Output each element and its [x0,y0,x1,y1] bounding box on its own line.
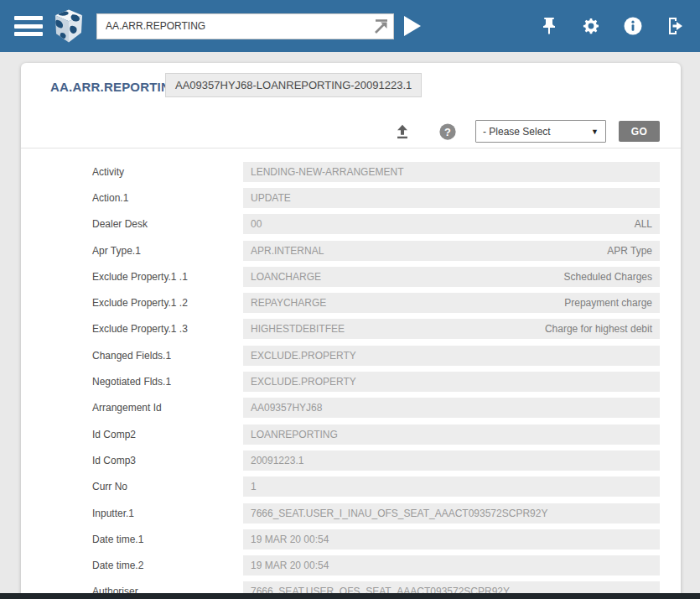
field-label: Date time.2 [21,560,243,571]
field-value: APR.INTERNAL [251,245,324,257]
globe-cube-logo [49,7,88,45]
form-row: Curr No 1 [21,474,681,500]
version-select-value: - Please Select [483,126,551,138]
field-enrichment: Scheduled Charges [564,271,652,283]
field-label: Exclude Property.1 .2 [21,297,243,309]
field-label: Negotiated Flds.1 [21,376,243,388]
form-row: Date time.1 19 MAR 20 00:54 [21,526,681,552]
field-value-box: LOANCHARGE Scheduled Charges [243,267,660,287]
menu-icon[interactable] [14,16,43,36]
version-select[interactable]: - Please Select ▼ [475,120,606,143]
field-value: UPDATE [251,192,291,204]
topbar-actions [539,16,685,36]
field-label: Apr Type.1 [21,245,243,257]
field-value-box: LOANREPORTING [243,425,660,445]
field-value-box: LENDING-NEW-ARRANGEMENT [243,162,660,182]
topbar [0,0,700,52]
field-value-box: AA09357HYJ68 [243,398,660,418]
svg-text:?: ? [444,125,451,138]
record-card: AA.ARR.REPORTING AA09357HYJ68-LOANREPORT… [21,63,681,599]
form-row: Activity LENDING-NEW-ARRANGEMENT [21,159,681,185]
field-enrichment: Charge for highest debit [545,323,652,335]
field-enrichment: Prepayment charge [564,297,652,309]
field-value: 20091223.1 [251,455,303,466]
field-value-box: 7666_SEAT.USER_I_INAU_OFS_SEAT_AAACT0935… [243,503,660,523]
field-label: Exclude Property.1 .3 [21,323,243,335]
field-value-box: 1 [243,477,660,497]
field-value: HIGHESTDEBITFEE [251,323,345,335]
form-row: Id Comp3 20091223.1 [21,447,681,473]
field-value-box: EXCLUDE.PROPERTY [243,372,660,392]
form-row: Exclude Property.1 .3 HIGHESTDEBITFEE Ch… [21,316,681,342]
help-circle-icon[interactable]: ? [438,122,457,141]
field-value-box: REPAYCHARGE Prepayment charge [243,293,660,313]
form-row: Date time.2 19 MAR 20 00:54 [21,552,681,578]
record-id-badge: AA09357HYJ68-LOANREPORTING-20091223.1 [165,73,422,97]
form-row: Dealer Desk 00 ALL [21,211,681,237]
info-circle-icon[interactable] [623,16,643,36]
form-row: Inputter.1 7666_SEAT.USER_I_INAU_OFS_SEA… [21,500,681,526]
form-row: Exclude Property.1 .2 REPAYCHARGE Prepay… [21,289,681,315]
field-value: LOANCHARGE [251,271,321,283]
field-label: Exclude Property.1 .1 [21,271,243,283]
field-label: Inputter.1 [21,508,243,519]
field-value: REPAYCHARGE [251,297,326,309]
form-row: Arrangement Id AA09357HYJ68 [21,395,681,421]
field-enrichment: ALL [635,218,652,230]
play-icon[interactable] [404,16,421,36]
field-value: LOANREPORTING [251,429,338,440]
field-value: EXCLUDE.PROPERTY [251,376,356,388]
field-value: 19 MAR 20 00:54 [251,560,329,571]
chevron-down-icon: ▼ [591,128,599,136]
card-header: AA.ARR.REPORTING AA09357HYJ68-LOANREPORT… [21,63,681,148]
field-label: Changed Fields.1 [21,350,243,362]
field-label: Id Comp3 [21,455,243,466]
field-value: 19 MAR 20 00:54 [251,534,329,545]
field-label: Curr No [21,481,243,492]
form-row: Apr Type.1 APR.INTERNAL APR Type [21,237,681,263]
field-value-box: 19 MAR 20 00:54 [243,529,660,550]
field-value-box: APR.INTERNAL APR Type [243,241,660,261]
command-line-wrap [96,13,394,39]
field-value: LENDING-NEW-ARRANGEMENT [251,166,403,178]
field-value-box: 00 ALL [243,214,660,234]
field-label: Activity [21,166,243,178]
field-value-box: 19 MAR 20 00:54 [243,555,660,576]
field-value-box: HIGHESTDEBITFEE Charge for highest debit [243,319,660,339]
record-form: Activity LENDING-NEW-ARRANGEMENT Action.… [21,149,681,599]
field-value: EXCLUDE.PROPERTY [251,350,356,362]
form-row: Exclude Property.1 .1 LOANCHARGE Schedul… [21,263,681,289]
command-input[interactable] [96,13,394,39]
field-label: Id Comp2 [21,429,243,440]
page-title: AA.ARR.REPORTING [50,80,180,94]
exit-icon[interactable] [665,16,685,36]
field-value: AA09357HYJ68 [251,402,322,414]
field-value: 7666_SEAT.USER_I_INAU_OFS_SEAT_AAACT0935… [251,508,547,519]
form-row: Id Comp2 LOANREPORTING [21,421,681,447]
field-value: 00 [251,218,262,230]
gear-icon[interactable] [581,16,601,36]
field-label: Date time.1 [21,534,243,545]
upload-icon[interactable] [393,122,412,141]
field-value-box: EXCLUDE.PROPERTY [243,346,660,366]
pushpin-icon[interactable] [539,16,559,36]
launch-arrow-icon[interactable] [373,18,389,34]
field-label: Arrangement Id [21,402,243,414]
field-value-box: 20091223.1 [243,451,660,471]
field-value-box: UPDATE [243,188,660,208]
field-label: Dealer Desk [21,218,243,230]
record-toolbar: ? - Please Select ▼ GO [393,120,660,143]
field-label: Action.1 [21,192,243,204]
form-row: Negotiated Flds.1 EXCLUDE.PROPERTY [21,368,681,394]
field-value: 1 [251,481,257,492]
bottom-strip [0,593,700,599]
form-row: Changed Fields.1 EXCLUDE.PROPERTY [21,342,681,368]
field-enrichment: APR Type [607,245,652,257]
go-button[interactable]: GO [619,121,660,142]
form-row: Action.1 UPDATE [21,185,681,211]
